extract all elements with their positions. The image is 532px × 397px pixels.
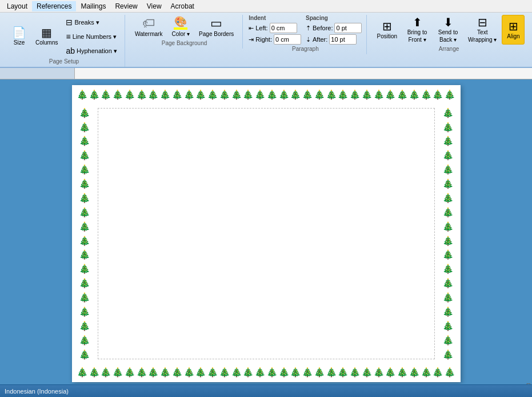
tree-icon: 🎄 (79, 236, 90, 246)
svg-rect-0 (75, 68, 532, 79)
watermark-button[interactable]: 🏷 Watermark (131, 15, 167, 39)
tree-icon: 🎄 (326, 90, 337, 100)
page-borders-button[interactable]: ▭ Page Borders (195, 15, 238, 39)
menu-layout[interactable]: Layout (2, 1, 32, 11)
tree-icon: 🎄 (442, 321, 454, 331)
watermark-label: Watermark (135, 31, 163, 37)
tree-icon: 🎄 (432, 367, 443, 378)
page-background-title: Page Background (162, 40, 207, 46)
send-back-label2: Back ▾ (439, 37, 457, 43)
ribbon: 📄 Size ▦ Columns ⊟ Breaks ▾ ≡ Line Numbe… (0, 13, 532, 68)
tree-icon: 🎄 (442, 236, 454, 246)
indent-right-row: ⇥ Right: (249, 34, 301, 45)
tree-icon: 🎄 (337, 367, 349, 378)
ruler-inner: // This will be drawn by the script belo… (74, 68, 532, 79)
tree-icon: 🎄 (337, 90, 349, 100)
indent-spacing-group: Indent ⇤ Left: ⇥ Right: Spacing ⇡ Before… (249, 15, 362, 45)
spacing-after-icon: ⇣ (306, 36, 311, 43)
tree-icon: 🎄 (349, 367, 361, 378)
tree-icon: 🎄 (219, 367, 230, 378)
tree-icon: 🎄 (147, 367, 159, 378)
tree-icon: 🎄 (231, 90, 242, 100)
spacing-after-row: ⇣ After: (306, 34, 362, 45)
tree-icon: 🎄 (266, 367, 278, 378)
menu-references[interactable]: References (32, 1, 76, 11)
tree-icon: 🎄 (79, 165, 90, 175)
menu-review[interactable]: Review (110, 1, 142, 11)
tree-icon: 🎄 (79, 122, 90, 133)
tree-icon: 🎄 (195, 90, 206, 100)
tree-icon: 🎄 (79, 179, 90, 189)
position-button[interactable]: ⊞ Position (373, 15, 401, 45)
tree-icon: 🎄 (442, 278, 454, 288)
tree-icon: 🎄 (242, 90, 254, 100)
tree-icon: 🎄 (349, 90, 361, 100)
tree-icon: 🎄 (171, 367, 183, 378)
tree-icon: 🎄 (397, 367, 408, 378)
tree-icon: 🎄 (242, 367, 254, 378)
spacing-after-label: After: (313, 36, 327, 43)
page-color-icon: 🎨 (174, 17, 187, 27)
size-button[interactable]: 📄 Size (8, 25, 30, 47)
tree-icon: 🎄 (79, 264, 90, 274)
spacing-label: Spacing (306, 15, 362, 21)
align-button[interactable]: ⊞ Align (502, 15, 525, 45)
hyphenation-button[interactable]: ab Hyphenation ▾ (63, 45, 119, 57)
tree-icon: 🎄 (442, 250, 454, 260)
tree-icon: 🎄 (254, 90, 266, 100)
spacing-after-input[interactable] (329, 34, 357, 45)
page-color-button[interactable]: 🎨 Color ▾ (167, 15, 194, 39)
menu-view[interactable]: View (142, 1, 166, 11)
tree-icon: 🎄 (79, 278, 90, 288)
position-label: Position (377, 33, 397, 39)
send-to-back-button[interactable]: ⬇ Send to Back ▾ (433, 15, 463, 45)
columns-button[interactable]: ▦ Columns (31, 25, 62, 47)
indent-left-row: ⇤ Left: (249, 23, 301, 33)
align-label: Align (507, 33, 519, 39)
columns-icon: ▦ (41, 27, 52, 38)
border-right: 🎄🎄🎄🎄🎄🎄🎄🎄🎄🎄🎄🎄🎄🎄🎄🎄🎄🎄 (440, 106, 456, 362)
tree-icon: 🎄 (326, 367, 337, 378)
tree-icon: 🎄 (373, 367, 385, 378)
breaks-label: Breaks ▾ (74, 19, 99, 26)
hyphenation-icon: ab (66, 46, 75, 55)
page-color-indicator (174, 27, 187, 30)
tree-icon: 🎄 (89, 367, 100, 378)
tree-icon: 🎄 (290, 90, 301, 100)
indent-right-icon: ⇥ (249, 36, 254, 43)
tree-icon: 🎄 (207, 367, 218, 378)
main-area: 🎄🎄🎄🎄🎄🎄🎄🎄🎄🎄🎄🎄🎄🎄🎄🎄🎄🎄🎄🎄🎄🎄🎄🎄🎄🎄🎄🎄🎄🎄🎄🎄 🎄🎄🎄🎄🎄🎄🎄… (0, 79, 532, 384)
menu-bar: Layout References Mailings Review View A… (0, 0, 532, 13)
spacing-before-icon: ⇡ (306, 25, 311, 32)
document-text-area[interactable] (98, 108, 435, 359)
breaks-button[interactable]: ⊟ Breaks ▾ (63, 16, 119, 29)
size-label: Size (14, 39, 25, 46)
spacing-before-input[interactable] (334, 23, 362, 33)
tree-icon: 🎄 (231, 367, 242, 378)
breaks-icon: ⊟ (66, 18, 73, 27)
tree-icon: 🎄 (442, 350, 454, 360)
bring-to-front-button[interactable]: ⬆ Bring to Front ▾ (402, 15, 432, 45)
tree-icon: 🎄 (421, 367, 432, 378)
tree-icon: 🎄 (442, 179, 454, 189)
tree-icon: 🎄 (79, 193, 90, 203)
menu-mailings[interactable]: Mailings (76, 1, 110, 11)
menu-acrobat[interactable]: Acrobat (166, 1, 199, 11)
text-wrapping-button[interactable]: ⊟ Text Wrapping ▾ (464, 15, 501, 45)
indent-right-input[interactable] (274, 34, 301, 45)
indent-label: Indent (249, 15, 301, 21)
text-wrap-label: Text (477, 29, 487, 35)
page-setup-top-row: 📄 Size ▦ Columns ⊟ Breaks ▾ ≡ Line Numbe… (8, 15, 120, 57)
tree-icon: 🎄 (89, 90, 100, 100)
tree-icon: 🎄 (171, 90, 183, 100)
tree-icon: 🎄 (442, 307, 454, 317)
document[interactable]: 🎄🎄🎄🎄🎄🎄🎄🎄🎄🎄🎄🎄🎄🎄🎄🎄🎄🎄🎄🎄🎄🎄🎄🎄🎄🎄🎄🎄🎄🎄🎄🎄 🎄🎄🎄🎄🎄🎄🎄… (72, 85, 461, 382)
language-label: Indonesian (Indonesia) (5, 388, 69, 395)
tree-icon: 🎄 (79, 292, 90, 303)
border-bottom: 🎄🎄🎄🎄🎄🎄🎄🎄🎄🎄🎄🎄🎄🎄🎄🎄🎄🎄🎄🎄🎄🎄🎄🎄🎄🎄🎄🎄🎄🎄🎄🎄 (77, 367, 456, 378)
tree-icon: 🎄 (79, 150, 90, 161)
tree-icon: 🎄 (361, 367, 373, 378)
line-numbers-button[interactable]: ≡ Line Numbers ▾ (63, 30, 119, 43)
ruler: // This will be drawn by the script belo… (0, 68, 532, 79)
indent-left-input[interactable] (270, 23, 297, 33)
